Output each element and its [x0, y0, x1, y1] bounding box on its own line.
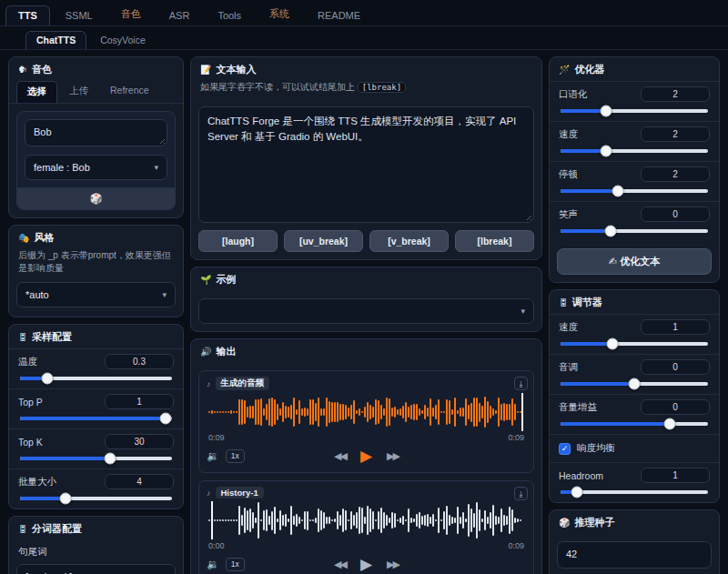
volume-icon[interactable]: 🔉: [207, 559, 219, 570]
resize-handle-icon[interactable]: [158, 137, 165, 144]
skip-back-button[interactable]: ◀◀: [334, 450, 346, 462]
slider-track[interactable]: [561, 149, 708, 153]
slider-track[interactable]: [561, 109, 708, 113]
token-lbreak-button[interactable]: [lbreak]: [455, 230, 534, 252]
style-select[interactable]: *auto ▾: [16, 282, 176, 307]
examples-select[interactable]: ▾: [198, 298, 534, 324]
waveform[interactable]: [208, 501, 524, 539]
download-icon[interactable]: ⤓: [514, 487, 528, 500]
slider-label: 速度: [559, 321, 578, 334]
style-card: 🎭 风格 后缀为 _p 表示带prompt，效果更强但是影响质量 *auto ▾: [8, 225, 184, 317]
voice-random-button[interactable]: 🎲: [17, 187, 175, 209]
text-input-hint: 如果尾字吞字不读，可以试试结尾加上 [lbreak]: [191, 81, 541, 99]
slider-track[interactable]: [561, 342, 708, 346]
slider-value-input[interactable]: 0: [641, 206, 710, 222]
play-button[interactable]: ▶: [360, 448, 372, 464]
token-laugh-button[interactable]: [laugh]: [198, 230, 278, 252]
slider-track[interactable]: [20, 377, 172, 380]
pencil-icon: ✍: [609, 256, 617, 267]
seed-input[interactable]: 42: [557, 541, 712, 569]
voice-select[interactable]: female : Bob ▾: [25, 155, 167, 180]
slider-thumb[interactable]: [629, 378, 641, 390]
output-header: 🔊 输出: [191, 339, 541, 363]
optimizer-card: 🪄 优化器 口语化 2 速度 2: [549, 56, 720, 283]
slider-value-input[interactable]: 2: [641, 166, 710, 182]
download-icon[interactable]: ⤓: [514, 377, 528, 390]
playback-rate-button[interactable]: 1x: [226, 449, 245, 463]
slider-track[interactable]: [20, 457, 172, 460]
skip-forward-button[interactable]: ▶▶: [387, 559, 399, 570]
skip-forward-button[interactable]: ▶▶: [387, 450, 399, 462]
text-input-header: 📝 文本输入: [191, 57, 541, 81]
waveform[interactable]: [208, 393, 524, 431]
optimize-text-button[interactable]: ✍ 优化文本: [557, 248, 712, 275]
output-card: 🔊 输出 ♪ 生成的音频 ⤓ 0:09 0:09: [190, 338, 542, 574]
play-button[interactable]: ▶: [360, 557, 372, 572]
resize-handle-icon[interactable]: [525, 214, 531, 220]
slider-value-input[interactable]: 4: [105, 474, 174, 489]
loudness-eq-checkbox[interactable]: ✓: [559, 443, 571, 455]
slider-thumb[interactable]: [605, 226, 617, 237]
slider-value-input[interactable]: 2: [641, 126, 710, 142]
playback-rate-button[interactable]: 1x: [226, 558, 245, 571]
slider-thumb[interactable]: [571, 487, 582, 498]
slider-thumb[interactable]: [104, 453, 116, 465]
slider-track[interactable]: [561, 189, 708, 193]
slider-label: 音量增益: [559, 401, 597, 414]
slider-track[interactable]: [20, 497, 172, 500]
slider-thumb[interactable]: [612, 186, 624, 197]
slider-thumb[interactable]: [601, 106, 612, 117]
slider-track[interactable]: [20, 417, 172, 420]
tts-text-input[interactable]: ChatTTS Forge 是一个围绕 TTS 生成模型开发的项目，实现了 AP…: [198, 106, 534, 223]
slider-value-input[interactable]: 0: [641, 399, 710, 415]
slider-volume-gain: 音量增益 0: [550, 394, 719, 434]
tab-ssml[interactable]: SSML: [53, 5, 106, 25]
slider-thumb[interactable]: [601, 146, 612, 157]
slider-value-input[interactable]: 1: [641, 319, 710, 335]
right-column: 🪄 优化器 口语化 2 速度 2: [549, 56, 720, 574]
slider-track[interactable]: [561, 382, 708, 386]
chevron-down-icon: ▾: [154, 163, 158, 172]
tab-chattts[interactable]: ChatTTS: [25, 31, 86, 49]
slider-break: 停顿 2: [550, 161, 719, 201]
tab-tools[interactable]: Tools: [205, 5, 254, 25]
voice-tab-select[interactable]: 选择: [16, 81, 57, 103]
token-v-break-button[interactable]: [v_break]: [369, 230, 449, 252]
slider-batch-size: 批量大小 4: [9, 468, 183, 509]
slider-track[interactable]: [561, 490, 708, 494]
tab-tts[interactable]: TTS: [5, 5, 50, 25]
tab-cosyvoice[interactable]: CosyVoice: [89, 31, 157, 49]
tab-readme[interactable]: README: [305, 5, 373, 25]
hint-text: 如果尾字吞字不读，可以试试结尾加上: [200, 82, 355, 92]
token-uv-break-button[interactable]: [uv_break]: [284, 230, 363, 252]
slider-thumb[interactable]: [663, 418, 675, 430]
slider-thumb[interactable]: [42, 373, 54, 385]
slider-thumb[interactable]: [606, 338, 618, 350]
slider-value-input[interactable]: 0: [641, 359, 710, 375]
tab-system[interactable]: 系统: [257, 3, 302, 25]
voice-tab-reference[interactable]: Refrence: [100, 81, 159, 103]
volume-icon[interactable]: 🔉: [207, 450, 219, 462]
voice-name-input[interactable]: Bob: [25, 119, 167, 146]
slider-value-input[interactable]: 30: [105, 434, 174, 449]
model-tabbar: ChatTTS CosyVoice: [0, 26, 728, 50]
slider-track[interactable]: [561, 422, 708, 426]
slider-value-input[interactable]: 1: [641, 468, 710, 483]
tab-asr[interactable]: ASR: [157, 5, 203, 25]
optimizer-title: 优化器: [574, 63, 604, 76]
slider-thumb[interactable]: [160, 413, 172, 425]
slider-value-input[interactable]: 0.3: [105, 354, 174, 369]
slider-track[interactable]: [561, 229, 708, 233]
eos-input[interactable]: [uv_break]: [16, 564, 176, 574]
examples-card: 🌱 示例 ▾: [190, 267, 542, 332]
tab-voice[interactable]: 音色: [108, 3, 154, 25]
voice-tab-upload[interactable]: 上传: [59, 81, 98, 103]
slider-value-input[interactable]: 2: [641, 86, 710, 102]
slider-value-input[interactable]: 1: [105, 394, 174, 409]
loudness-eq-label: 响度均衡: [577, 442, 615, 455]
slider-thumb[interactable]: [60, 493, 72, 505]
music-note-icon: ♪: [207, 379, 211, 388]
skip-back-button[interactable]: ◀◀: [334, 559, 346, 570]
slider-laugh: 笑声 0: [550, 201, 719, 241]
slider-label: 批量大小: [18, 476, 56, 488]
